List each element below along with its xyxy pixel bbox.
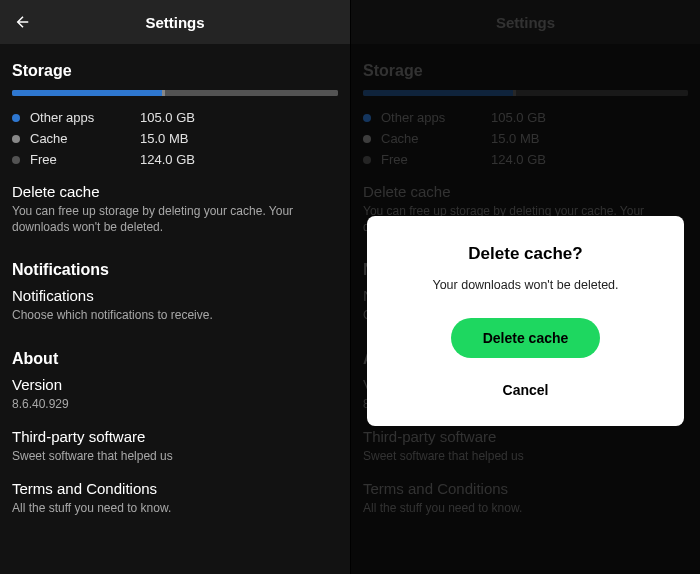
legend-value: 124.0 GB [140, 152, 195, 167]
legend-row-free: Free 124.0 GB [12, 152, 338, 167]
about-heading: About [12, 350, 338, 368]
item-subtitle: 8.6.40.929 [12, 396, 338, 412]
legend-dot-apps-icon [12, 114, 20, 122]
item-subtitle: Choose which notifications to receive. [12, 307, 338, 323]
legend-value: 105.0 GB [140, 110, 195, 125]
legend-dot-cache-icon [12, 135, 20, 143]
item-subtitle: All the stuff you need to know. [12, 500, 338, 516]
settings-screen-left: Settings Storage Other apps 105.0 GB Cac… [0, 0, 350, 574]
header-bar: Settings [0, 0, 350, 44]
settings-screen-right: Settings Storage Other apps 105.0 GB Cac… [350, 0, 700, 574]
legend-row-other-apps: Other apps 105.0 GB [12, 110, 338, 125]
item-title: Delete cache [12, 183, 338, 200]
item-title: Third-party software [12, 428, 338, 445]
cancel-button[interactable]: Cancel [387, 372, 664, 408]
notifications-heading: Notifications [12, 261, 338, 279]
delete-cache-modal: Delete cache? Your downloads won't be de… [367, 216, 684, 426]
storage-bar [12, 90, 338, 96]
legend-value: 15.0 MB [140, 131, 188, 146]
delete-cache-item[interactable]: Delete cache You can free up storage by … [12, 183, 338, 235]
item-title: Notifications [12, 287, 338, 304]
storage-bar-free [165, 90, 338, 96]
item-title: Version [12, 376, 338, 393]
version-item[interactable]: Version 8.6.40.929 [12, 376, 338, 412]
storage-bar-apps [12, 90, 162, 96]
notifications-item[interactable]: Notifications Choose which notifications… [12, 287, 338, 323]
legend-row-cache: Cache 15.0 MB [12, 131, 338, 146]
item-subtitle: You can free up storage by deleting your… [12, 203, 338, 235]
modal-title: Delete cache? [387, 244, 664, 264]
page-title: Settings [145, 14, 204, 31]
legend-label: Other apps [30, 110, 140, 125]
legend-label: Cache [30, 131, 140, 146]
third-party-item[interactable]: Third-party software Sweet software that… [12, 428, 338, 464]
legend-dot-free-icon [12, 156, 20, 164]
legend-label: Free [30, 152, 140, 167]
storage-heading: Storage [12, 62, 338, 80]
delete-cache-confirm-button[interactable]: Delete cache [451, 318, 601, 358]
terms-item[interactable]: Terms and Conditions All the stuff you n… [12, 480, 338, 516]
item-title: Terms and Conditions [12, 480, 338, 497]
item-subtitle: Sweet software that helped us [12, 448, 338, 464]
modal-message: Your downloads won't be deleted. [387, 278, 664, 292]
back-arrow-icon[interactable] [14, 13, 32, 31]
